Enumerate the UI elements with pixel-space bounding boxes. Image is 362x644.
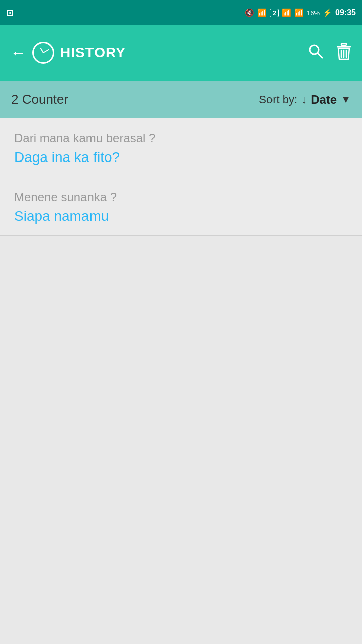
clock-hand-minute: [43, 49, 49, 53]
app-bar: ← HISTORY: [0, 25, 362, 80]
svg-rect-3: [337, 46, 351, 48]
empty-content-area: [0, 236, 362, 588]
counter-label: 2 Counter: [11, 92, 68, 107]
item-question-2: Menene sunanka ?: [14, 190, 348, 204]
item-translation-2: Siapa namamu: [14, 208, 348, 224]
app-bar-actions: [308, 43, 352, 63]
signal-icon: 📶: [282, 8, 291, 17]
svg-rect-2: [341, 43, 346, 45]
sort-area[interactable]: Sort by: ↓ Date ▼: [259, 93, 351, 107]
wifi-icon: 📶: [257, 8, 267, 17]
app-bar-title-area: ← HISTORY: [10, 42, 126, 64]
list-item[interactable]: Menene sunanka ? Siapa namamu: [0, 177, 362, 236]
item-question-1: Dari mana kamu berasal ?: [14, 131, 348, 145]
dropdown-arrow-icon[interactable]: ▼: [341, 94, 351, 105]
battery-percent: 16%: [307, 9, 320, 17]
item-translation-1: Daga ina ka fito?: [14, 149, 348, 166]
delete-button[interactable]: [336, 43, 352, 63]
sim2-badge: 2: [270, 9, 279, 17]
sort-value: Date: [311, 93, 337, 107]
status-bar: 🖼 🔇 📶 2 📶 📶 16% ⚡ 09:35: [0, 0, 362, 25]
clock-display: 09:35: [335, 8, 356, 17]
history-list: Dari mana kamu berasal ? Daga ina ka fit…: [0, 118, 362, 236]
signal2-icon: 📶: [294, 8, 304, 17]
list-item[interactable]: Dari mana kamu berasal ? Daga ina ka fit…: [0, 118, 362, 177]
back-button[interactable]: ←: [10, 44, 26, 62]
sort-bar: 2 Counter Sort by: ↓ Date ▼: [0, 80, 362, 118]
history-clock-icon: [32, 42, 54, 64]
sort-direction-icon: ↓: [301, 93, 307, 106]
image-icon: 🖼: [6, 9, 14, 17]
status-bar-left: 🖼: [6, 9, 14, 17]
page-title: HISTORY: [60, 45, 126, 61]
search-button[interactable]: [308, 43, 324, 63]
sort-by-label: Sort by:: [259, 93, 297, 106]
svg-line-1: [318, 53, 322, 58]
mute-icon: 🔇: [245, 8, 254, 17]
charging-icon: ⚡: [323, 8, 332, 17]
status-bar-right: 🔇 📶 2 📶 📶 16% ⚡ 09:35: [245, 8, 356, 17]
